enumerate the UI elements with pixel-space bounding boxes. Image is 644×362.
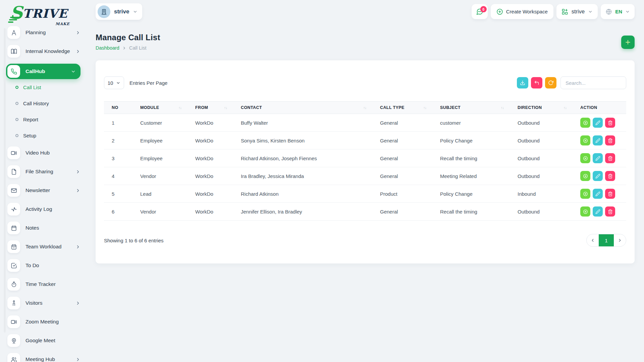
export-button[interactable] — [517, 77, 528, 88]
chevron-right-icon — [75, 244, 80, 249]
entries-per-page-label: Entries Per Page — [129, 80, 167, 86]
chevron-right-icon — [75, 188, 80, 193]
create-workspace-button[interactable]: Create Workspace — [491, 4, 553, 19]
language-selector[interactable]: EN — [601, 4, 635, 19]
breadcrumb-dashboard-link[interactable]: Dashboard — [96, 45, 119, 51]
sidebar-item-file-sharing[interactable]: File Sharing — [7, 165, 80, 178]
sort-icon[interactable]: ↑↓ — [564, 106, 567, 110]
row-view-button[interactable] — [580, 135, 590, 145]
refresh-button[interactable] — [545, 77, 556, 88]
column-header-direction[interactable]: DIRECTION — [518, 105, 542, 110]
reset-button[interactable] — [531, 77, 542, 88]
row-view-button[interactable] — [580, 171, 590, 181]
plus-circle-icon — [583, 174, 588, 179]
messages-button[interactable]: 0 — [472, 4, 488, 19]
trash-icon — [608, 156, 613, 161]
sidebar-scrollbar[interactable] — [4, 28, 6, 333]
search-input[interactable] — [560, 76, 626, 89]
chevron-right-icon — [75, 301, 80, 306]
row-edit-button[interactable] — [593, 153, 603, 163]
row-delete-button[interactable] — [605, 206, 615, 217]
column-header-module[interactable]: MODULE — [140, 105, 159, 110]
workspace-grid-icon — [561, 8, 568, 15]
sidebar: S TRIVE MAKE Planning Internal Knowledge — [0, 0, 87, 362]
sidebar-item-callhub[interactable]: CallHub — [6, 64, 80, 79]
sidebar-item-notes[interactable]: Notes — [7, 222, 80, 234]
pencil-icon — [595, 138, 600, 143]
column-header-subject[interactable]: SUBJECT — [440, 105, 461, 110]
sidebar-item-label: Meeting Hub — [25, 356, 75, 362]
next-page-button[interactable] — [614, 234, 626, 246]
notepad-icon — [7, 222, 20, 234]
row-delete-button[interactable] — [605, 171, 615, 181]
sort-icon[interactable]: ↑↓ — [178, 106, 181, 110]
column-header-no[interactable]: NO — [112, 105, 118, 110]
sort-icon[interactable]: ↑↓ — [423, 106, 426, 110]
sidebar-item-zoom-meeting[interactable]: Zoom Meeting — [7, 315, 80, 328]
sidebar-item-team-workload[interactable]: Team Workload — [7, 240, 80, 253]
table-row: 4 Vendor WorkDo Ira Bradley, Jessica Mir… — [104, 167, 626, 185]
chevron-right-icon — [75, 49, 80, 54]
column-header-call-type[interactable]: CALL TYPE — [380, 105, 405, 110]
plus-circle-icon — [583, 191, 588, 196]
sidebar-item-meeting-hub[interactable]: Meeting Hub — [7, 353, 80, 362]
row-edit-button[interactable] — [593, 135, 603, 145]
sidebar-item-time-tracker[interactable]: Time Tracker — [7, 278, 80, 291]
row-edit-button[interactable] — [593, 171, 603, 181]
page-number-button[interactable]: 1 — [599, 234, 614, 246]
sidebar-item-video-hub[interactable]: Video Hub — [7, 146, 80, 159]
submenu-item-setup[interactable]: Setup — [15, 127, 87, 143]
sidebar-nav: Planning Internal Knowledge CallHub — [0, 26, 87, 362]
trash-icon — [608, 174, 613, 179]
strive-logo[interactable]: S TRIVE MAKE — [10, 5, 71, 25]
workspace-avatar — [98, 5, 110, 18]
sidebar-item-google-meet[interactable]: Google Meet — [7, 334, 80, 347]
disc-icon — [15, 86, 18, 89]
sort-icon[interactable]: ↑↓ — [501, 106, 504, 110]
sidebar-item-label: Visitors — [25, 300, 75, 306]
row-delete-button[interactable] — [605, 189, 615, 199]
row-delete-button[interactable] — [605, 135, 615, 145]
sort-icon[interactable]: ↑↓ — [224, 106, 227, 110]
sidebar-item-activity-log[interactable]: Activity Log — [7, 203, 80, 216]
sidebar-item-label: File Sharing — [25, 169, 75, 175]
row-edit-button[interactable] — [593, 189, 603, 199]
trash-icon — [608, 138, 613, 143]
column-header-from[interactable]: FROM — [195, 105, 208, 110]
chevron-down-icon — [116, 81, 120, 85]
row-delete-button[interactable] — [605, 153, 615, 163]
disc-icon — [15, 118, 18, 121]
account-menu[interactable]: strive — [556, 4, 598, 19]
plus-circle-icon — [496, 8, 503, 15]
chevron-down-icon — [588, 9, 593, 14]
phone-icon — [7, 65, 20, 78]
sidebar-item-internal-knowledge[interactable]: Internal Knowledge — [7, 45, 80, 58]
row-view-button[interactable] — [580, 206, 590, 217]
submenu-item-call-list[interactable]: Call List — [15, 79, 87, 95]
plus-icon — [625, 39, 631, 46]
previous-page-button[interactable] — [587, 234, 599, 246]
add-call-button[interactable] — [621, 36, 635, 49]
sort-icon[interactable]: ↑↓ — [363, 106, 366, 110]
sidebar-item-visitors[interactable]: Visitors — [7, 297, 80, 309]
messages-badge: 0 — [480, 6, 487, 12]
row-view-button[interactable] — [580, 189, 590, 199]
plus-circle-icon — [583, 120, 588, 125]
column-header-contact[interactable]: CONTACT — [241, 105, 262, 110]
chevron-down-icon — [133, 9, 138, 14]
entries-per-page-value: 10 — [108, 80, 113, 86]
row-view-button[interactable] — [580, 153, 590, 163]
submenu-item-report[interactable]: Report — [15, 111, 87, 127]
entries-per-page-select[interactable]: 10 — [104, 76, 124, 89]
row-view-button[interactable] — [580, 118, 590, 128]
sidebar-item-to-do[interactable]: To Do — [7, 259, 80, 272]
sidebar-item-planning[interactable]: Planning — [7, 26, 80, 39]
row-edit-button[interactable] — [593, 206, 603, 217]
row-edit-button[interactable] — [593, 118, 603, 128]
submenu-item-call-history[interactable]: Call History — [15, 95, 87, 111]
sidebar-item-newsletter[interactable]: Newsletter — [7, 184, 80, 197]
workspace-selector[interactable]: strive — [96, 3, 142, 20]
row-delete-button[interactable] — [605, 118, 615, 128]
sidebar-item-label: Video Hub — [25, 150, 80, 156]
sidebar-item-label: Planning — [25, 29, 75, 36]
